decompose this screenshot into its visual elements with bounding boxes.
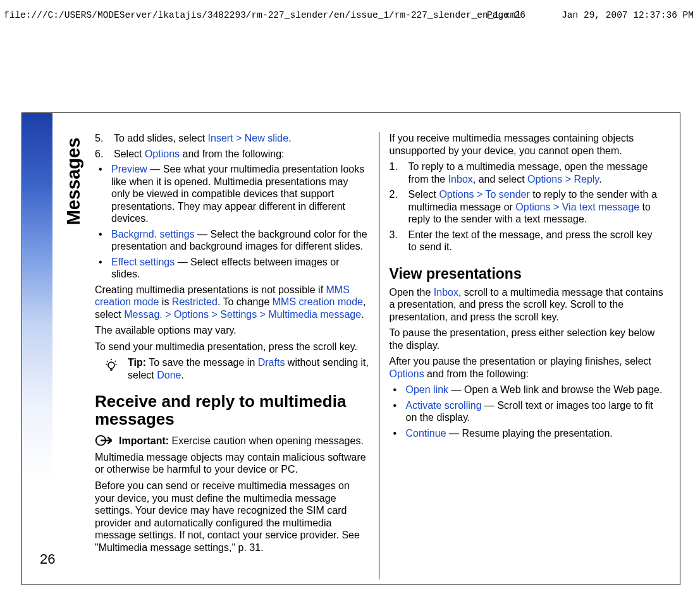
- ui-term: New slide: [245, 133, 288, 143]
- ui-term: Preview: [111, 164, 147, 174]
- ui-term: Options: [527, 174, 562, 185]
- step-text: Enter the text of the message, and press…: [408, 229, 653, 253]
- section-tab: Messages: [52, 132, 95, 231]
- tip-callout: Tip: To save the message in Drafts witho…: [95, 356, 369, 381]
- list-item: 3. Enter the text of the message, and pr…: [390, 229, 664, 253]
- list-item: Activate scrolling — Scroll text or imag…: [390, 399, 664, 424]
- ui-term: Options: [174, 309, 209, 320]
- step-number: 3.: [390, 229, 405, 241]
- breadcrumb-arrow-icon: >: [565, 174, 571, 185]
- ui-term: Insert: [208, 133, 233, 143]
- ui-term: Multimedia message: [268, 309, 361, 320]
- ui-term: Activate scrolling: [406, 400, 482, 411]
- ui-term: Via text message: [562, 202, 639, 212]
- tip-label: Tip:: [128, 357, 146, 368]
- ui-term: Options: [390, 368, 424, 379]
- paragraph: Before you can send or receive multimedi…: [95, 480, 369, 554]
- tip-text: Tip: To save the message in Drafts witho…: [128, 356, 369, 381]
- breadcrumb-arrow-icon: >: [553, 202, 559, 212]
- ui-term: To sender: [486, 189, 530, 200]
- list-item: Preview — See what your multimedia prese…: [95, 163, 369, 225]
- tip-lightbulb-icon: [104, 357, 119, 375]
- ui-term: Options: [145, 148, 180, 159]
- breadcrumb-arrow-icon: >: [260, 309, 266, 320]
- step-text: To reply to a multimedia message, open t…: [408, 161, 648, 185]
- breadcrumb-arrow-icon: >: [236, 133, 242, 143]
- list-item: 5. To add slides, select Insert > New sl…: [95, 132, 369, 145]
- ui-term: Restricted: [172, 296, 218, 307]
- presentation-options-list: Open link — Open a Web link and browse t…: [390, 384, 664, 439]
- list-item: Backgrnd. settings — Select the backgrou…: [95, 228, 369, 253]
- header-filepath: file:///C:/USERS/MODEServer/lkatajis/348…: [4, 10, 521, 21]
- page-number: 26: [40, 551, 55, 568]
- list-item: 1. To reply to a multimedia message, ope…: [390, 161, 664, 185]
- section-heading: Receive and reply to multimedia messages: [95, 392, 369, 428]
- paragraph: The available options may vary.: [95, 324, 369, 337]
- paragraph: To pause the presentation, press either …: [390, 327, 664, 351]
- paragraph: To send your multimedia presentation, pr…: [95, 341, 369, 353]
- breadcrumb-arrow-icon: >: [212, 309, 218, 320]
- important-arrow-icon: [95, 433, 116, 451]
- breadcrumb-arrow-icon: >: [165, 309, 171, 320]
- list-item: 2. Select Options > To sender to reply t…: [390, 188, 664, 226]
- ui-term: Effect settings: [111, 257, 175, 267]
- list-item: 6. Select Options and from the following…: [95, 148, 369, 161]
- step-text: Select Options > To sender to reply to t…: [408, 189, 657, 224]
- left-gradient-bar: [22, 113, 52, 585]
- list-item: Effect settings — Select effects between…: [95, 256, 369, 281]
- page-frame: Messages 26 5. To add slides, select Ins…: [21, 112, 680, 585]
- step-number: 2.: [390, 188, 405, 201]
- ui-term: Backgrnd. settings: [111, 229, 195, 239]
- list-item: Open link — Open a Web link and browse t…: [390, 384, 664, 396]
- ui-term: Reply: [574, 174, 599, 185]
- paragraph: Open the Inbox, scroll to a multimedia m…: [390, 286, 664, 324]
- steps-list-part2: 5. To add slides, select Insert > New sl…: [95, 132, 369, 160]
- section-tab-label: Messages: [63, 138, 85, 226]
- step-number: 6.: [95, 148, 111, 161]
- ui-term: Options: [439, 189, 474, 200]
- ui-term: MMS creation mode: [273, 296, 363, 307]
- ui-term: Continue: [406, 428, 446, 439]
- ui-term: Drafts: [258, 357, 285, 368]
- paragraph: Creating multimedia presentations is not…: [95, 284, 369, 321]
- subsection-heading: View presentations: [390, 265, 664, 282]
- ui-term: Done: [157, 370, 181, 380]
- step-text: Select Options and from the following:: [114, 148, 284, 159]
- ui-term: Inbox: [434, 287, 458, 298]
- important-callout: Important: Exercise caution when opening…: [95, 433, 369, 476]
- breadcrumb-arrow-icon: >: [477, 189, 482, 200]
- ui-term: Open link: [406, 384, 449, 395]
- ui-term: Options: [515, 202, 550, 212]
- ui-term: Inbox: [448, 174, 473, 185]
- ui-term: Settings: [220, 309, 257, 320]
- paragraph: If you receive multimedia messages conta…: [390, 132, 664, 157]
- reply-steps-list: 1. To reply to a multimedia message, ope…: [390, 161, 664, 253]
- header-page-indicator: Page 26: [487, 10, 525, 21]
- paragraph: After you pause the presentation or play…: [390, 355, 664, 380]
- step-number: 5.: [95, 132, 111, 145]
- step-number: 1.: [390, 161, 405, 173]
- page-content: 5. To add slides, select Insert > New sl…: [95, 132, 663, 579]
- important-label: Important:: [119, 435, 172, 446]
- svg-point-0: [108, 362, 114, 368]
- header-datetime: Jan 29, 2007 12:37:36 PM: [562, 10, 694, 21]
- step-text: To add slides, select Insert > New slide…: [114, 133, 292, 143]
- list-item: Continue — Resume playing the presentati…: [390, 427, 664, 440]
- options-bullet-list: Preview — See what your multimedia prese…: [95, 163, 369, 281]
- ui-term: Messag.: [124, 309, 162, 320]
